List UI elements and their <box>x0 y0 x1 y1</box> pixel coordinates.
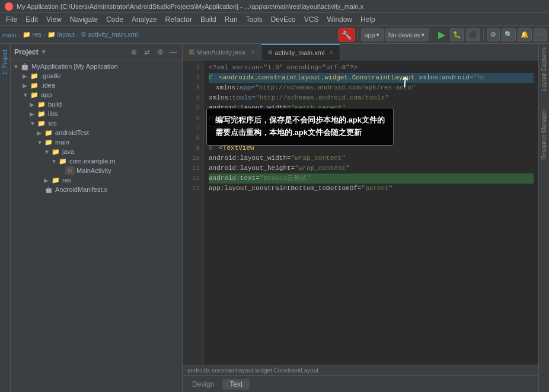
menu-view[interactable]: View <box>43 14 65 25</box>
breadcrumb-file[interactable]: ⚙ activity_main.xml <box>81 31 138 38</box>
tree-com-example[interactable]: ▼ 📁 com.example.m <box>11 156 182 166</box>
menu-code[interactable]: Code <box>103 14 127 25</box>
code-line-13: app:layout_constraintBottom_toBottomOf="… <box>209 184 534 194</box>
tree-app[interactable]: ▼ 📁 app <box>11 90 182 99</box>
breadcrumb-main[interactable]: main <box>2 31 17 38</box>
tree-root[interactable]: ▼ 🤖 MyApplication [My Application <box>11 62 182 71</box>
status-bar: androidx.constraintlayout.widget.Constra… <box>183 365 538 375</box>
app-label: app <box>364 31 375 38</box>
panel-icon-minimize[interactable]: — <box>168 47 178 57</box>
layout-captures-tab[interactable]: Layout Captures <box>540 44 548 94</box>
code-line-4: xmlns:tools="http://schemas.android.com/… <box>209 93 534 103</box>
editor-tabs: C MainActivity.java ✕ ⚙ activity_main.xm… <box>183 44 538 60</box>
search-button[interactable]: 🔍 <box>502 28 516 41</box>
panel-header: Project ▼ ⊕ ⇄ ⚙ — <box>11 44 182 60</box>
code-line-11: android:layout_height="wrap_content" <box>209 163 534 173</box>
code-editor: 12345 678910 111213 <?xml version="1.0" … <box>183 60 538 365</box>
panel-title: Project <box>14 48 39 56</box>
xml-tab-icon: ⚙ <box>267 49 273 56</box>
text-tab[interactable]: Text <box>222 379 250 390</box>
run-button[interactable]: ▶ <box>435 28 448 41</box>
tree-build[interactable]: ▶ 📁 build <box>11 99 182 109</box>
device-label: No devices <box>388 31 420 38</box>
title-text: My Application [C:\Users\Administrator\A… <box>17 3 363 10</box>
project-tab[interactable]: 1: Project <box>1 46 9 78</box>
menu-edit[interactable]: Edit <box>22 14 42 25</box>
device-dropdown-icon: ▼ <box>420 32 426 38</box>
menu-run[interactable]: Run <box>221 14 241 25</box>
menu-analyze[interactable]: Analyze <box>128 14 161 25</box>
debug-button[interactable]: 🐛 <box>450 28 464 41</box>
design-tab[interactable]: Design <box>185 379 221 390</box>
line-numbers: 12345 678910 111213 <box>183 60 204 365</box>
menu-refactor[interactable]: Refactor <box>162 14 196 25</box>
tree-java[interactable]: ▼ 📁 java <box>11 147 182 156</box>
tree-main[interactable]: ▼ 📁 main <box>11 137 182 147</box>
code-line-10: android:layout_width="wrap_content" <box>209 153 534 163</box>
tree-res[interactable]: ▶ 📁 res <box>11 175 182 185</box>
code-content[interactable]: <?xml version="1.0" encoding="utf-8"?> C… <box>204 60 538 365</box>
design-tabs: Design Text <box>183 375 538 392</box>
left-side-strip: 1: Project <box>0 44 11 392</box>
breadcrumb: main › 📁 res › 📁 layout › ⚙ activity_mai… <box>2 31 337 38</box>
menu-help[interactable]: Help <box>357 14 379 25</box>
annotation-line1: 编写完程序后，保存是不会同步本地的.apk文件的 <box>215 114 385 127</box>
device-selector[interactable]: No devices ▼ <box>385 28 429 41</box>
code-line-1: <?xml version="1.0" encoding="utf-8"?> <box>209 63 534 73</box>
menu-tools[interactable]: Tools <box>242 14 266 25</box>
toolbar: main › 📁 res › 📁 layout › ⚙ activity_mai… <box>0 26 549 44</box>
app-selector[interactable]: app ▼ <box>361 28 383 41</box>
stop-button[interactable]: ⬛ <box>466 28 480 41</box>
tab-activity-main[interactable]: ⚙ activity_main.xml ✕ <box>261 44 341 60</box>
tree-gradle[interactable]: ▶ 📁 .gradle <box>11 71 182 81</box>
code-line-3: xmlns:app="http://schemas.android.com/ap… <box>209 83 534 93</box>
tab-close-activitymain[interactable]: ✕ <box>329 49 334 56</box>
more-button[interactable]: ⋯ <box>534 28 547 41</box>
tree-androidtest[interactable]: ▶ 📁 androidTest <box>11 128 182 137</box>
annotation-line2: 需要点击重构，本地的.apk文件会随之更新 <box>215 127 385 139</box>
menu-file[interactable]: File <box>2 14 21 25</box>
menu-window[interactable]: Window <box>323 14 356 25</box>
code-line-12: android:text="DevEco云测试" <box>209 173 534 184</box>
tab-close-mainactivity[interactable]: ✕ <box>250 49 255 55</box>
tab-mainactivity[interactable]: C MainActivity.java ✕ <box>183 44 261 60</box>
tree-manifest[interactable]: ▶ 🤖 AndroidManifest.x <box>11 185 182 194</box>
panel-icon-scope[interactable]: ⊕ <box>129 47 139 57</box>
notification-button[interactable]: 🔔 <box>518 28 532 41</box>
resource-manager-tab[interactable]: Resource Manager <box>540 106 548 163</box>
panel-icon-sync[interactable]: ⇄ <box>142 47 152 57</box>
tree-src[interactable]: ▼ 📁 src <box>11 118 182 128</box>
title-bar: My Application [C:\Users\Administrator\A… <box>0 0 549 13</box>
app-dropdown-icon: ▼ <box>375 32 381 38</box>
sync-button[interactable]: 🔧 <box>339 28 355 41</box>
menu-deveco[interactable]: DevEco <box>267 14 299 25</box>
menu-navigate[interactable]: Navigate <box>66 14 101 25</box>
code-line-2: C <androidx.constraintlayout.widget.Cons… <box>209 73 534 83</box>
file-tree: ▼ 🤖 MyApplication [My Application ▶ 📁 .g… <box>11 60 182 392</box>
constraint-layout-label: androidx.constraintlayout.widget.Constra… <box>187 367 318 374</box>
app-icon <box>5 2 13 11</box>
settings-button[interactable]: ⚙ <box>487 28 500 41</box>
java-tab-icon: C <box>189 49 195 55</box>
right-strip: Layout Captures Resource Manager <box>538 44 549 392</box>
menu-vcs[interactable]: VCS <box>301 14 323 25</box>
project-panel: Project ▼ ⊕ ⇄ ⚙ — ▼ 🤖 MyApplication [My … <box>11 44 183 392</box>
annotation-popup: 编写完程序后，保存是不会同步本地的.apk文件的 需要点击重构，本地的.apk文… <box>206 108 394 146</box>
tree-libs[interactable]: ▶ 📁 libs <box>11 109 182 118</box>
tree-idea[interactable]: ▶ 📁 .idea <box>11 81 182 90</box>
menu-build[interactable]: Build <box>197 14 220 25</box>
menu-bar: File Edit View Navigate Code Analyze Ref… <box>0 13 549 26</box>
panel-icon-settings[interactable]: ⚙ <box>155 47 165 57</box>
tree-mainactivity[interactable]: ▶ C MainActivity <box>11 166 182 175</box>
editor-container: C MainActivity.java ✕ ⚙ activity_main.xm… <box>183 44 538 392</box>
main-layout: 1: Project Project ▼ ⊕ ⇄ ⚙ — ▼ 🤖 MyAppli… <box>0 44 549 392</box>
breadcrumb-res[interactable]: 📁 res <box>23 31 42 38</box>
breadcrumb-layout[interactable]: 📁 layout <box>47 31 75 38</box>
